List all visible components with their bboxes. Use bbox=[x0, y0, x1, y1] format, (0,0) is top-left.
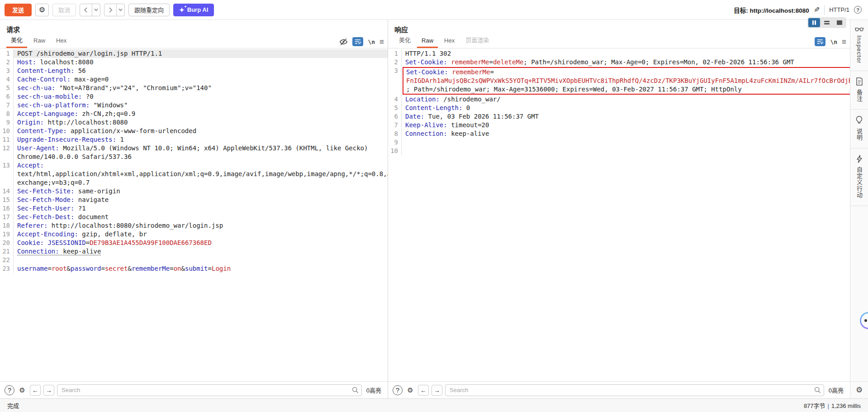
code-line[interactable]: 10 bbox=[388, 147, 850, 155]
code-line[interactable]: 18Referer: http://localhost:8080/shirode… bbox=[0, 221, 388, 230]
rail-item-docs[interactable]: 说明 bbox=[850, 110, 868, 149]
cancel-button[interactable]: 取消 bbox=[52, 4, 76, 16]
layout-columns-button[interactable] bbox=[808, 18, 820, 27]
rail-item-inspector[interactable]: Inspector bbox=[850, 20, 868, 71]
code-line[interactable]: 21Connection: keep-alive bbox=[0, 247, 388, 256]
line-number: 5 bbox=[388, 104, 402, 112]
code-line[interactable]: 22 bbox=[0, 256, 388, 264]
burp-repeater-window: 发送 ⚙ 取消 跟随重定向 ✦✦ Burp AI 目标: http://loca… bbox=[0, 0, 868, 412]
highlighted-set-cookie-box: Set-Cookie: rememberMe=FnIGDArh1aMujsQBc… bbox=[403, 67, 850, 95]
code-line[interactable]: 3Set-Cookie: rememberMe=FnIGDArh1aMujsQB… bbox=[388, 67, 850, 95]
rail-item-custom-actions[interactable]: 自定义行动 bbox=[850, 149, 868, 206]
code-line[interactable]: 14Sec-Fetch-Site: same-origin bbox=[0, 187, 388, 196]
code-line[interactable]: 5sec-ch-ua: "Not=A?Brand";v="24", "Chrom… bbox=[0, 84, 388, 92]
layout-toggle-group bbox=[807, 17, 846, 28]
search-settings-gear-icon[interactable]: ⚙ bbox=[405, 385, 415, 395]
search-prev-button[interactable]: ← bbox=[30, 385, 41, 396]
line-number: 11 bbox=[0, 135, 14, 144]
back-button[interactable] bbox=[80, 4, 92, 16]
search-help-icon[interactable]: ? bbox=[5, 385, 14, 395]
code-line[interactable]: 8Accept-Language: zh-CN,zh;q=0.9 bbox=[0, 110, 388, 118]
forward-dropdown-button[interactable] bbox=[117, 4, 125, 16]
code-line[interactable]: 10Content-Type: application/x-www-form-u… bbox=[0, 127, 388, 135]
chevron-down-icon bbox=[119, 8, 123, 11]
editor-menu-icon[interactable]: ≡ bbox=[842, 38, 846, 46]
code-line[interactable]: 5Content-Length: 0 bbox=[388, 104, 850, 112]
word-wrap-toggle-icon[interactable] bbox=[815, 37, 825, 46]
code-line[interactable]: 13Accept: text/html,application/xhtml+xm… bbox=[0, 161, 388, 187]
code-line[interactable]: 2Host: localhost:8080 bbox=[0, 58, 388, 67]
response-editor[interactable]: 1HTTP/1.1 3022Set-Cookie: rememberMe=del… bbox=[388, 48, 850, 381]
search-settings-gear-icon[interactable]: ⚙ bbox=[17, 385, 27, 395]
code-line[interactable]: 7Keep-Alive: timeout=20 bbox=[388, 121, 850, 129]
word-wrap-toggle-icon[interactable] bbox=[352, 37, 363, 46]
code-line[interactable]: 20Cookie: JSESSIONID=DE79B3AE1A455DA99F1… bbox=[0, 239, 388, 247]
code-line[interactable]: 1HTTP/1.1 302 bbox=[388, 49, 850, 58]
follow-redirect-button[interactable]: 跟随重定向 bbox=[128, 4, 170, 16]
code-line[interactable]: 6Date: Tue, 03 Feb 2026 11:56:37 GMT bbox=[388, 112, 850, 121]
line-number: 16 bbox=[0, 204, 14, 213]
line-number: 10 bbox=[0, 127, 14, 135]
code-line[interactable]: 3Content-Length: 56 bbox=[0, 67, 388, 75]
tab-hex[interactable]: Hex bbox=[440, 35, 459, 48]
editor-menu-icon[interactable]: ≡ bbox=[379, 38, 384, 46]
tab-hex[interactable]: Hex bbox=[52, 35, 71, 48]
tab-pretty[interactable]: 美化 bbox=[6, 33, 27, 48]
help-icon[interactable]: ? bbox=[854, 6, 862, 14]
code-line[interactable]: 12User-Agent: Mozilla/5.0 (Windows NT 10… bbox=[0, 144, 388, 161]
forward-button[interactable] bbox=[104, 4, 117, 16]
rail-item-notes[interactable]: 备注 bbox=[850, 71, 868, 110]
code-line[interactable]: 4Cache-Control: max-age=0 bbox=[0, 75, 388, 84]
tab-pretty[interactable]: 美化 bbox=[394, 33, 415, 48]
layout-single-button[interactable] bbox=[834, 18, 845, 27]
edit-target-pencil-icon[interactable]: ✎ bbox=[814, 5, 820, 14]
code-line[interactable]: 8Connection: keep-alive bbox=[388, 129, 850, 138]
code-line[interactable]: 9 bbox=[388, 138, 850, 147]
code-line[interactable]: 19Accept-Encoding: gzip, deflate, br bbox=[0, 230, 388, 239]
tab-raw[interactable]: Raw bbox=[29, 35, 50, 48]
request-searchbar: ? ⚙ ← → 0高亮 bbox=[0, 381, 388, 398]
line-number: 5 bbox=[0, 84, 14, 92]
tab-render[interactable]: 页面渲染 bbox=[461, 33, 493, 48]
layout-rows-button[interactable] bbox=[821, 18, 833, 27]
code-line[interactable]: 17Sec-Fetch-Dest: document bbox=[0, 213, 388, 221]
search-prev-button[interactable]: ← bbox=[418, 385, 429, 396]
main-area: 请求 美化 Raw Hex \n ≡ 1POST /shirodemo_war/… bbox=[0, 20, 868, 398]
send-button[interactable]: 发送 bbox=[5, 4, 32, 16]
target-label: 目标: http://localhost:8080 bbox=[734, 5, 809, 14]
line-number: 22 bbox=[0, 256, 14, 264]
burp-ai-floating-icon[interactable] bbox=[860, 312, 868, 329]
code-line[interactable]: 23username=root&password=secret&remember… bbox=[0, 264, 388, 273]
code-line[interactable]: 11Upgrade-Insecure-Requests: 1 bbox=[0, 135, 388, 144]
show-newlines-icon[interactable]: \n bbox=[368, 38, 375, 45]
line-number: 12 bbox=[0, 144, 14, 161]
request-highlight-count: 0高亮 bbox=[365, 386, 383, 394]
code-line[interactable]: 6sec-ch-ua-mobile: ?0 bbox=[0, 92, 388, 101]
hide-nonprintable-eye-slash-icon[interactable] bbox=[339, 38, 348, 46]
code-line[interactable]: 4Location: /shirodemo_war/ bbox=[388, 95, 850, 104]
chevron-left-icon bbox=[84, 7, 88, 13]
line-number: 3 bbox=[388, 67, 402, 95]
code-line[interactable]: 7sec-ch-ua-platform: "Windows" bbox=[0, 101, 388, 110]
request-search-input[interactable] bbox=[57, 384, 362, 396]
burp-ai-button[interactable]: ✦✦ Burp AI bbox=[173, 4, 214, 16]
tab-raw[interactable]: Raw bbox=[417, 35, 438, 48]
search-next-button[interactable]: → bbox=[43, 385, 54, 396]
line-number: 20 bbox=[0, 239, 14, 247]
request-panel: 请求 美化 Raw Hex \n ≡ 1POST /shirodemo_war/… bbox=[0, 20, 388, 398]
code-line[interactable]: 9Origin: http://localhost:8080 bbox=[0, 118, 388, 127]
search-next-button[interactable]: → bbox=[432, 385, 442, 396]
code-line[interactable]: 16Sec-Fetch-User: ?1 bbox=[0, 204, 388, 213]
request-editor[interactable]: 1POST /shirodemo_war/login.jsp HTTP/1.12… bbox=[0, 48, 388, 381]
code-line[interactable]: 2Set-Cookie: rememberMe=deleteMe; Path=/… bbox=[388, 58, 850, 67]
search-icon bbox=[352, 387, 359, 395]
rail-settings-gear-icon[interactable]: ⚙ bbox=[856, 385, 863, 395]
response-metrics: 877字节|1,236 millis bbox=[804, 401, 861, 410]
back-dropdown-button[interactable] bbox=[92, 4, 100, 16]
response-search-input[interactable] bbox=[445, 384, 824, 396]
code-line[interactable]: 15Sec-Fetch-Mode: navigate bbox=[0, 196, 388, 204]
code-line[interactable]: 1POST /shirodemo_war/login.jsp HTTP/1.1 bbox=[0, 49, 388, 58]
send-settings-gear-button[interactable]: ⚙ bbox=[35, 4, 49, 16]
show-newlines-icon[interactable]: \n bbox=[830, 38, 837, 45]
search-help-icon[interactable]: ? bbox=[393, 385, 403, 395]
